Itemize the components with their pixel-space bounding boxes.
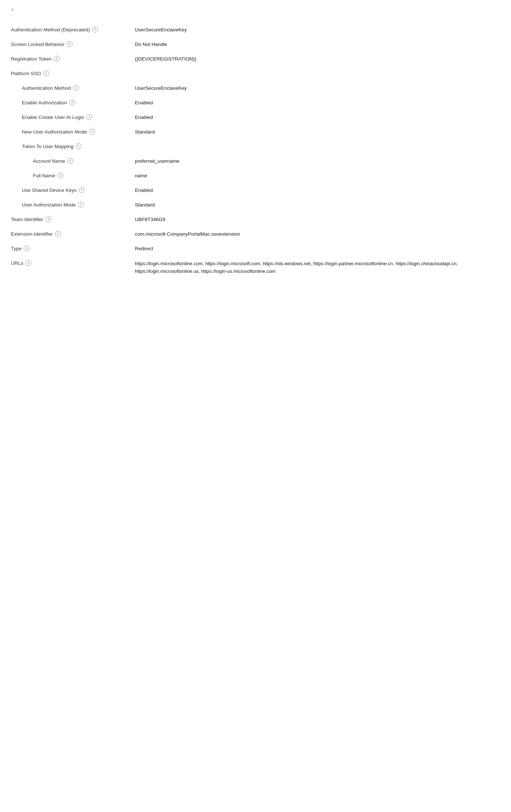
breadcrumb: ∧: [11, 7, 500, 12]
info-icon-enable-authorization[interactable]: i: [69, 100, 75, 105]
field-row-enable-create-user: Enable Create User At Login i Enabled: [11, 110, 500, 124]
section-platform-sso: Platform SSO i: [11, 66, 500, 81]
field-value-full-name: name: [135, 173, 500, 178]
field-row-account-name: Account Name i preferred_username: [11, 154, 500, 168]
field-value-enable-create-user: Enabled: [135, 114, 500, 120]
section-value-platform-sso: [135, 70, 500, 71]
field-row-extension-identifier: Extension Identifier i com.microsoft.Com…: [11, 227, 500, 241]
label-text-registration-token: Registration Token: [11, 56, 52, 62]
field-value-extension-identifier: com.microsoft.CompanyPortalMac.ssoextens…: [135, 231, 500, 237]
field-label-auth-method: Authentication Method i: [11, 85, 135, 91]
field-value-account-name: preferred_username: [135, 158, 500, 164]
field-label-enable-authorization: Enable Authorization i: [11, 100, 135, 105]
label-text-platform-sso: Platform SSO: [11, 71, 41, 76]
label-text-type: Type: [11, 246, 22, 251]
field-row-registration-token: Registration Token i {{DEVICEREGISTRATIO…: [11, 51, 500, 66]
field-row-auth-method: Authentication Method i UserSecureEnclav…: [11, 81, 500, 95]
info-icon-extension-identifier[interactable]: i: [55, 231, 61, 237]
field-label-type: Type i: [11, 245, 135, 251]
field-label-enable-create-user: Enable Create User At Login i: [11, 114, 135, 120]
fields-container: Authentication Method (Deprecated) i Use…: [11, 22, 500, 280]
info-icon-auth-method[interactable]: i: [73, 85, 79, 91]
field-label-auth-method-deprecated: Authentication Method (Deprecated) i: [11, 27, 135, 32]
field-label-full-name: Full Name i: [11, 173, 135, 178]
field-value-enable-authorization: Enabled: [135, 100, 500, 105]
label-text-auth-method: Authentication Method: [22, 85, 71, 91]
label-text-extension-identifier: Extension Identifier: [11, 231, 53, 237]
label-text-token-user-mapping: Token To User Mapping: [22, 144, 74, 149]
field-value-team-identifier: UBF8T346G9: [135, 216, 500, 222]
section-label-platform-sso: Platform SSO i: [11, 70, 135, 76]
field-label-use-shared-device-keys: Use Shared Device Keys i: [11, 187, 135, 193]
label-text-urls: URLs: [11, 260, 23, 266]
label-text-user-auth-mode: User Authorization Mode: [22, 202, 76, 208]
field-value-user-auth-mode: Standard: [135, 202, 500, 208]
field-label-new-user-auth-mode: New User Authorization Mode i: [11, 129, 135, 135]
info-icon-screen-locked-behavior[interactable]: i: [67, 41, 73, 47]
label-text-enable-create-user: Enable Create User At Login: [22, 115, 84, 120]
field-label-registration-token: Registration Token i: [11, 56, 135, 62]
label-text-account-name: Account Name: [33, 158, 65, 164]
info-icon-registration-token[interactable]: i: [54, 56, 60, 62]
field-row-auth-method-deprecated: Authentication Method (Deprecated) i Use…: [11, 22, 500, 37]
field-label-urls: URLs i: [11, 260, 135, 266]
field-row-user-auth-mode: User Authorization Mode i Standard: [11, 197, 500, 212]
field-label-user-auth-mode: User Authorization Mode i: [11, 202, 135, 208]
info-icon-token-user-mapping[interactable]: i: [76, 143, 82, 149]
field-label-account-name: Account Name i: [11, 158, 135, 164]
field-value-registration-token: {{DEVICEREGISTRATION}}: [135, 56, 500, 62]
info-icon-enable-create-user[interactable]: i: [86, 114, 92, 120]
info-icon-user-auth-mode[interactable]: i: [78, 202, 84, 208]
info-icon-new-user-auth-mode[interactable]: i: [89, 129, 95, 135]
field-row-full-name: Full Name i name: [11, 168, 500, 183]
label-text-new-user-auth-mode: New User Authorization Mode: [22, 129, 87, 135]
field-value-new-user-auth-mode: Standard: [135, 129, 500, 135]
field-row-type: Type i Redirect: [11, 241, 500, 256]
label-text-team-identifier: Team Identifier: [11, 217, 43, 222]
info-icon-use-shared-device-keys[interactable]: i: [79, 187, 85, 193]
field-label-screen-locked-behavior: Screen Locked Behavior i: [11, 41, 135, 47]
field-row-urls: URLs i https://login.microsoftonline.com…: [11, 256, 500, 280]
field-value-use-shared-device-keys: Enabled: [135, 187, 500, 193]
field-value-screen-locked-behavior: Do Not Handle: [135, 41, 500, 47]
info-icon-auth-method-deprecated[interactable]: i: [92, 27, 98, 32]
label-text-use-shared-device-keys: Use Shared Device Keys: [22, 187, 77, 193]
label-text-auth-method-deprecated: Authentication Method (Deprecated): [11, 27, 90, 32]
field-row-new-user-auth-mode: New User Authorization Mode i Standard: [11, 124, 500, 139]
field-label-team-identifier: Team Identifier i: [11, 216, 135, 222]
field-value-type: Redirect: [135, 245, 500, 251]
field-row-enable-authorization: Enable Authorization i Enabled: [11, 95, 500, 110]
field-row-use-shared-device-keys: Use Shared Device Keys i Enabled: [11, 183, 500, 197]
field-value-auth-method-deprecated: UserSecureEnclaveKey: [135, 27, 500, 32]
section-token-user-mapping: Token To User Mapping i: [11, 139, 500, 154]
field-label-extension-identifier: Extension Identifier i: [11, 231, 135, 237]
field-row-screen-locked-behavior: Screen Locked Behavior i Do Not Handle: [11, 37, 500, 51]
section-value-token-user-mapping: [135, 143, 500, 144]
info-icon-urls[interactable]: i: [26, 260, 31, 266]
field-value-auth-method: UserSecureEnclaveKey: [135, 85, 500, 91]
field-row-team-identifier: Team Identifier i UBF8T346G9: [11, 212, 500, 227]
info-icon-platform-sso[interactable]: i: [43, 70, 49, 76]
info-icon-account-name[interactable]: i: [67, 158, 73, 164]
info-icon-team-identifier[interactable]: i: [46, 216, 51, 222]
info-icon-type[interactable]: i: [24, 245, 30, 251]
label-text-enable-authorization: Enable Authorization: [22, 100, 67, 105]
info-icon-full-name[interactable]: i: [58, 173, 63, 178]
field-value-urls: https://login.microsoftonline.com, https…: [135, 260, 500, 275]
breadcrumb-chevron: ∧: [11, 7, 14, 12]
label-text-full-name: Full Name: [33, 173, 55, 178]
label-text-screen-locked-behavior: Screen Locked Behavior: [11, 42, 65, 47]
section-label-token-user-mapping: Token To User Mapping i: [11, 143, 135, 149]
